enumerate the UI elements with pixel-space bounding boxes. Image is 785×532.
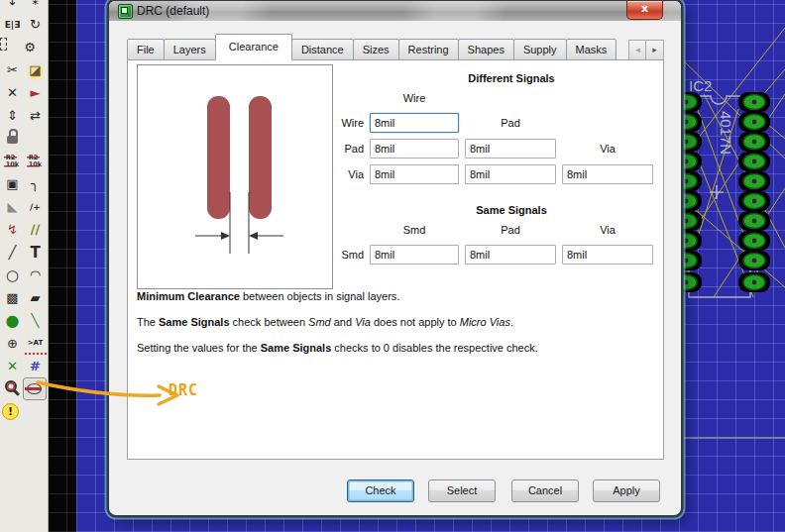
replace-icon[interactable]: E|Ǝ [2, 14, 24, 35]
mirror-icon[interactable]: ⁑ [25, 0, 47, 13]
component-value-label: 4017N [718, 111, 734, 155]
stretch-icon[interactable]: ⇕ [2, 105, 24, 126]
pinswap-icon[interactable]: ► [25, 82, 47, 103]
lock-icon[interactable] [2, 128, 24, 149]
name-icon[interactable]: R2 10k [2, 151, 24, 171]
ratsnest-icon[interactable]: ✕ [2, 356, 24, 376]
note-zero-disables: Setting the values for the Same Signals … [137, 342, 657, 354]
command-toolbar: ↧ ⁑ E|Ǝ ↻ ⚙ ✂ ◪ ✕ ► ⇕ ⇄ R2 10k R2 10k [0, 0, 49, 532]
circle-icon[interactable]: ○ [2, 265, 24, 285]
dialog-title: DRC (default) [137, 4, 209, 18]
input-via-pad[interactable] [465, 164, 556, 184]
dialog-titlebar[interactable]: DRC (default) [109, 1, 681, 21]
drc-dialog: DRC (default) x File Layers Clearance Di… [109, 1, 681, 515]
attribute-icon[interactable]: >AT [25, 332, 47, 355]
input-via-wire[interactable] [370, 164, 459, 184]
erc-icon[interactable] [1, 378, 23, 399]
component-ref-label: IC2 [689, 77, 712, 94]
text-icon[interactable]: T [25, 242, 47, 263]
row-label-smd: Smd [316, 249, 364, 261]
input-via-via[interactable] [562, 164, 653, 184]
ic-pads-right [738, 92, 770, 292]
rotate-icon[interactable]: ↻ [25, 14, 47, 35]
value-icon[interactable]: R2 10k [25, 151, 47, 171]
tab-content-panel: Different Signals Wire Wire Pad Pad Via … [127, 59, 664, 460]
apply-button[interactable]: Apply [593, 479, 660, 502]
clearance-illustration [137, 64, 333, 289]
input-pad-pad[interactable] [465, 139, 556, 159]
ripup-icon[interactable]: ∕∕ [25, 219, 47, 240]
tab-masks[interactable]: Masks [566, 39, 617, 60]
note-same-signals-micro-vias: The Same Signals check between Smd and V… [137, 316, 657, 328]
tab-restring[interactable]: Restring [398, 39, 459, 60]
auto-icon[interactable]: # [25, 356, 47, 376]
tab-distance[interactable]: Distance [291, 39, 354, 60]
offboard-strip [48, 0, 76, 532]
trace-left [207, 96, 230, 219]
tab-clearance[interactable]: Clearance [215, 34, 292, 60]
input-smd-via[interactable] [562, 245, 653, 265]
check-button[interactable]: Check [347, 479, 414, 502]
cancel-button[interactable]: Cancel [511, 479, 579, 502]
rect-icon[interactable]: ▩ [2, 287, 24, 308]
different-signals-header: Different Signals [370, 72, 653, 84]
drc-icon[interactable] [23, 377, 47, 400]
tab-sizes[interactable]: Sizes [353, 39, 399, 60]
tab-shapes[interactable]: Shapes [458, 39, 514, 60]
signal-icon[interactable]: ╲ [25, 310, 47, 331]
input-smd-pad[interactable] [465, 245, 556, 265]
eagle-board-editor: IC2 4017N [0, 0, 785, 532]
wire-icon[interactable]: ╱ [2, 242, 24, 263]
optimize-icon[interactable]: ⇄ [25, 105, 47, 126]
col-header-via-same: Via [562, 224, 653, 236]
change-icon[interactable]: ⚙ [19, 37, 41, 57]
polygon-icon[interactable]: ▰ [25, 287, 47, 308]
tab-layers[interactable]: Layers [164, 39, 216, 60]
tab-scroll-right-icon[interactable]: ▸ [645, 40, 664, 60]
col-header-pad: Pad [465, 117, 556, 129]
errors-icon[interactable]: ! [2, 403, 19, 420]
col-header-via: Via [562, 143, 653, 155]
move-icon[interactable]: ↧ [2, 0, 24, 13]
route-icon[interactable]: ↯ [2, 219, 24, 240]
origin-cross [710, 185, 724, 199]
trace-right [249, 96, 272, 219]
row-label-via: Via [316, 168, 364, 180]
paste-icon[interactable]: ◪ [25, 59, 47, 80]
col-header-wire: Wire [370, 92, 459, 104]
miter-icon[interactable]: ╮ [25, 173, 47, 194]
split-icon[interactable]: ∕+ [25, 196, 47, 217]
same-signals-header: Same Signals [370, 204, 653, 216]
miter-alt-icon[interactable]: ◣ [2, 196, 24, 217]
tab-bar: File Layers Clearance Distance Sizes Res… [127, 38, 616, 60]
input-wire-wire[interactable] [370, 113, 459, 133]
delete-icon[interactable]: ✕ [2, 82, 24, 103]
smash-icon[interactable]: ▣ [2, 173, 24, 194]
note-minimum-clearance: Minimum Clearance between objects in sig… [137, 290, 657, 302]
tab-file[interactable]: File [127, 39, 165, 60]
col-header-pad-same: Pad [465, 224, 556, 236]
row-label-wire: Wire [316, 117, 364, 129]
hole-icon[interactable]: ⊕ [2, 333, 24, 354]
close-button[interactable]: x [626, 1, 663, 20]
row-label-pad: Pad [316, 143, 364, 155]
input-pad-wire[interactable] [370, 139, 459, 159]
via-icon[interactable]: ● [2, 310, 24, 331]
tab-supply[interactable]: Supply [513, 39, 567, 60]
cut-icon[interactable]: ✂ [2, 59, 24, 80]
select-button[interactable]: Select [428, 479, 496, 502]
arc-icon[interactable]: ◠ [25, 265, 47, 285]
app-chip-icon [118, 4, 133, 19]
input-smd-smd[interactable] [370, 245, 459, 265]
col-header-smd: Smd [370, 224, 459, 236]
